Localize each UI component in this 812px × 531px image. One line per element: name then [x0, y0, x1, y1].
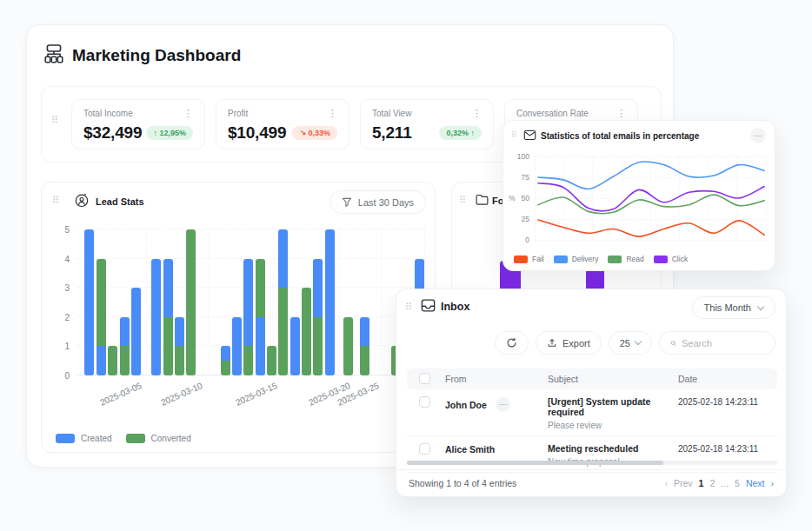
email-subject: Meeting rescheduled [548, 443, 678, 454]
inbox-tray-icon [420, 297, 436, 314]
line-delivery [538, 162, 764, 189]
chevron-down-icon [757, 302, 764, 309]
line-read [538, 195, 764, 214]
search-input[interactable] [682, 338, 764, 348]
page-size-dropdown[interactable]: 25 [609, 331, 652, 355]
select-all-checkbox[interactable] [419, 373, 430, 384]
email-lines [535, 152, 766, 244]
lead-gridline [77, 229, 426, 229]
page-size-value: 25 [620, 338, 630, 348]
lead-stats-chart: 012345 [42, 183, 435, 375]
kebab-menu-button[interactable]: ⋮ [616, 108, 626, 119]
row-menu-button[interactable]: ⋯ [496, 397, 510, 412]
pagination-item[interactable]: 2 [709, 478, 715, 488]
email-y-tick-label: 0 [507, 236, 529, 244]
lead-bar [343, 317, 353, 375]
lead-bar [97, 259, 106, 375]
search-field[interactable] [659, 331, 775, 355]
email-stats-chart: 0255075100% [503, 121, 775, 270]
page: { "page": {"title": "Marketing Dashboard… [0, 0, 812, 531]
line-click [538, 183, 764, 211]
lead-stats-panel: ⠿ Lead Stats Last 30 Days 012345 2025-03… [41, 182, 436, 453]
lead-x-axis-label: 2025-03-05 [76, 381, 143, 418]
email-y-tick-label: 25 [507, 215, 529, 223]
email-y-axis-label: % [509, 194, 516, 202]
pagination: ‹Prev12...5Next› [659, 478, 774, 488]
lead-bar [256, 259, 265, 375]
inbox-title: Inbox [441, 301, 469, 313]
pagination-item[interactable]: 5 [735, 478, 740, 488]
legend-item: Click [654, 255, 688, 263]
stat-value: $32,499 [83, 123, 142, 143]
pagination-item[interactable]: Next [746, 478, 765, 488]
email-legend: FailDeliveryReadClick [514, 255, 688, 263]
chevron-down-icon [635, 338, 642, 345]
sender-name: Alice Smith [445, 444, 495, 455]
stat-card: Total Income⋮$32,499↑ 12,95% [71, 99, 205, 149]
lead-y-tick-label: 4 [54, 255, 70, 264]
pagination-item[interactable]: › [771, 478, 775, 488]
line-fail [538, 220, 764, 236]
lead-bar [313, 259, 323, 375]
kebab-menu-button[interactable]: ⋮ [328, 108, 337, 119]
table-row: Alice SmithMeeting rescheduledNew time p… [407, 436, 777, 473]
lead-bar [108, 346, 117, 375]
export-label: Export [562, 338, 590, 348]
lead-gridline [339, 228, 340, 375]
lead-bar [325, 229, 335, 375]
lead-bar [302, 288, 311, 375]
legend-item: Delivery [554, 255, 599, 263]
row-checkbox[interactable] [419, 443, 430, 455]
legend-swatch [514, 256, 528, 263]
pagination-item[interactable]: 1 [699, 478, 704, 488]
pagination-item[interactable]: Prev [674, 478, 693, 488]
lead-gridline [208, 228, 209, 375]
email-date: 2025-02-18 14:23:11 [678, 396, 777, 407]
lead-bar [163, 259, 173, 375]
drag-handle-icon[interactable]: ⠿ [51, 116, 59, 125]
pagination-item[interactable]: ‹ [665, 478, 669, 488]
entries-summary: Showing 1 to 4 of 4 entries [409, 478, 516, 488]
export-icon [547, 337, 557, 348]
stat-card: Total View⋮5,2110,32% ↑ [360, 99, 494, 149]
column-header-from: From [445, 374, 548, 384]
lead-y-tick-label: 3 [54, 283, 70, 293]
lead-bar [186, 229, 196, 375]
sender-name: John Doe [445, 400, 487, 410]
period-filter-value: This Month [704, 302, 751, 313]
column-header-subject: Subject [548, 374, 678, 384]
legend-label: Converted [151, 434, 191, 443]
row-checkbox[interactable] [419, 396, 430, 408]
lead-legend: CreatedConverted [56, 434, 191, 443]
kebab-menu-button[interactable]: ⋮ [183, 108, 193, 119]
lead-bar [278, 229, 288, 375]
table-header: From Subject Date [407, 368, 777, 389]
lead-bar [131, 288, 141, 375]
period-filter-dropdown[interactable]: This Month [692, 296, 775, 319]
lead-y-tick-label: 1 [54, 342, 70, 351]
lead-bar [267, 346, 276, 375]
lead-bar [243, 259, 253, 375]
sitemap-icon [43, 43, 65, 65]
lead-bar [290, 317, 300, 375]
stat-label: Profit [228, 109, 248, 118]
email-date: 2025-02-18 14:23:11 [678, 443, 777, 454]
lead-y-tick-label: 5 [54, 225, 70, 235]
drag-handle-icon[interactable]: ⠿ [405, 302, 413, 312]
email-subject: [Urgent] System update required [548, 396, 678, 417]
lead-bar [84, 229, 94, 375]
trend-badge: ↘ 0,33% [292, 126, 337, 140]
pagination-item[interactable]: ... [721, 478, 729, 488]
kebab-menu-button[interactable]: ⋮ [472, 108, 482, 119]
email-stats-panel: ⠿ Statistics of total emails in percenta… [503, 120, 775, 271]
page-title: Marketing Dashboard [72, 46, 241, 65]
scrollbar-thumb[interactable] [407, 461, 663, 465]
legend-label: Click [672, 255, 688, 263]
inbox-panel: ⠿ Inbox This Month Export 25 [396, 289, 787, 497]
refresh-button[interactable] [495, 331, 529, 355]
lead-bar [151, 259, 161, 375]
horizontal-scrollbar[interactable] [407, 461, 777, 465]
export-button[interactable]: Export [536, 331, 602, 355]
refresh-icon [506, 337, 517, 348]
legend-swatch [56, 434, 75, 443]
